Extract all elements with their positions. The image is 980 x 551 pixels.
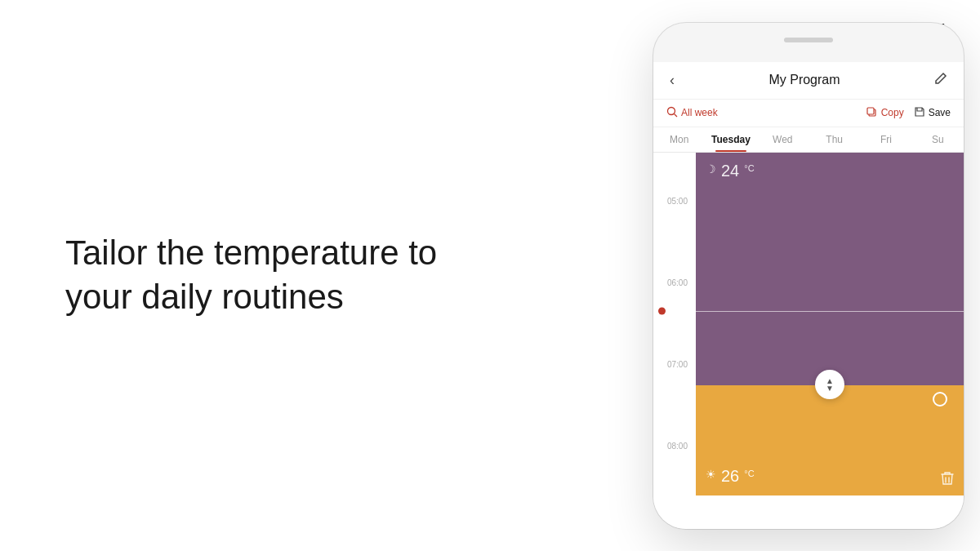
time-label-0500: 05:00: [657, 197, 693, 206]
edit-button[interactable]: [934, 72, 947, 88]
chart-content: ☽ 24 °C ☀ 26: [696, 153, 964, 495]
orange-temp-block: ☀ 26 °C: [696, 385, 964, 495]
tab-wed[interactable]: Wed: [757, 127, 808, 152]
headline-line2: your daily routines: [65, 278, 344, 317]
svg-point-0: [668, 107, 675, 114]
scroll-handle[interactable]: ▲ ▼: [815, 370, 844, 399]
orange-temp-value: 26: [721, 468, 739, 484]
orange-temp-unit: °C: [744, 469, 754, 478]
save-icon: [914, 106, 925, 120]
save-label: Save: [929, 107, 951, 118]
tab-su[interactable]: Su: [912, 127, 964, 152]
tab-tuesday[interactable]: Tuesday: [705, 127, 756, 152]
phone-speaker: [784, 38, 833, 42]
purple-temp-unit: °C: [744, 164, 754, 173]
time-label-0600: 06:00: [657, 278, 693, 287]
sun-icon: ☀: [706, 468, 716, 481]
tab-fri[interactable]: Fri: [860, 127, 911, 152]
time-label-0700: 07:00: [657, 360, 693, 369]
svg-line-1: [675, 113, 678, 117]
purple-temp-label: ☽ 24 °C: [706, 162, 755, 179]
day-tabs: Mon Tuesday Wed Thu Fri Su: [653, 127, 964, 153]
allweek-icon: [666, 106, 678, 120]
app-screen: ‹ My Program All wee: [653, 62, 964, 529]
allweek-button[interactable]: All week: [666, 106, 857, 120]
moon-icon: ☽: [706, 162, 716, 176]
copy-label: Copy: [881, 107, 904, 118]
copy-button[interactable]: Copy: [866, 106, 904, 120]
left-content: Tailor the temperature to your daily rou…: [65, 231, 490, 320]
trash-icon-container[interactable]: [941, 471, 954, 489]
allweek-label: All week: [681, 107, 718, 118]
back-button[interactable]: ‹: [670, 72, 675, 89]
time-labels: 05:00 06:00 07:00 08:00: [653, 153, 696, 495]
app-header: ‹ My Program: [653, 62, 964, 100]
scroll-arrows: ▲ ▼: [826, 377, 834, 392]
phone-mockup: ‹ My Program All wee: [637, 23, 980, 529]
purple-temp-value: 24: [721, 162, 739, 179]
purple-temp-block: ☽ 24 °C: [696, 153, 964, 386]
headline: Tailor the temperature to your daily rou…: [65, 231, 490, 320]
trash-icon[interactable]: [941, 474, 954, 488]
phone-shell: ‹ My Program All wee: [653, 23, 964, 529]
app-title: My Program: [768, 73, 840, 87]
red-dot: [658, 307, 666, 314]
orange-temp-label: ☀ 26 °C: [706, 468, 755, 484]
tab-mon[interactable]: Mon: [653, 127, 705, 152]
copy-icon: [866, 106, 878, 120]
divider-line: [653, 311, 964, 312]
save-button[interactable]: Save: [914, 106, 951, 120]
time-label-0800: 08:00: [657, 442, 693, 451]
app-toolbar: All week Copy: [653, 100, 964, 127]
tab-thu[interactable]: Thu: [808, 127, 860, 152]
svg-rect-3: [867, 108, 874, 114]
chart-area: 05:00 06:00 07:00 08:00 ☽ 24 °C: [653, 153, 964, 495]
orange-adjustment-dot[interactable]: [933, 392, 947, 407]
headline-line1: Tailor the temperature to: [65, 233, 437, 272]
